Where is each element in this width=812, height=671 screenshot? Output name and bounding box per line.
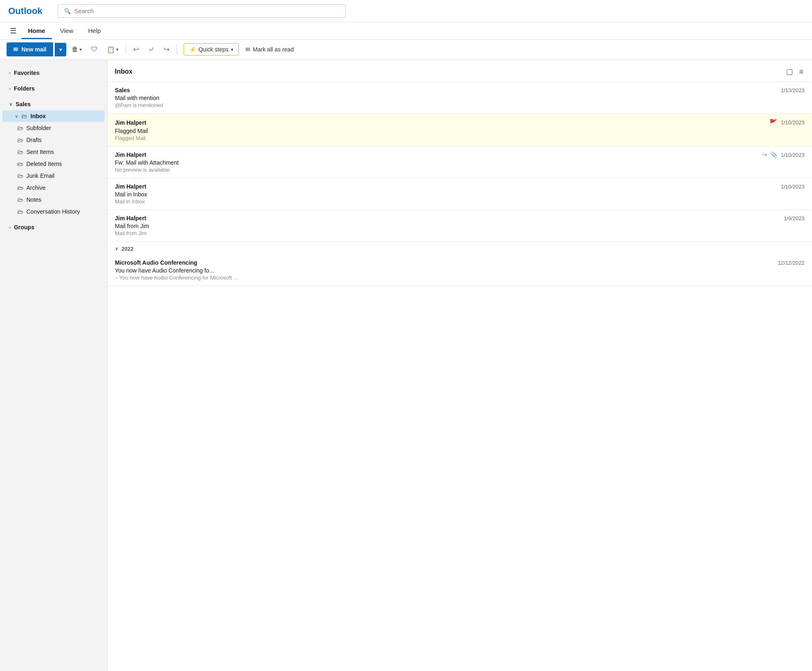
report-button[interactable]: 🛡 — [87, 43, 101, 56]
quick-steps-button[interactable]: ⚡ Quick steps ▾ — [184, 43, 239, 56]
email-subject: Flagged Mail — [115, 128, 805, 134]
mark-all-read-button[interactable]: ✉ Mark all as read — [240, 44, 299, 55]
envelope-icon: ✉ — [245, 46, 250, 53]
email-preview: @Pam is mentioned — [115, 102, 805, 108]
folder-icon-archive: 🗁 — [17, 184, 23, 191]
trash-icon: 🗑 — [72, 46, 78, 53]
sidebar-item-notes[interactable]: 🗁 Notes — [2, 194, 105, 205]
sidebar-item-groups[interactable]: › Groups — [2, 221, 105, 233]
email-item[interactable]: Jim Halpert ↪ 📎 1/10/2023 Fw: Mail with … — [107, 147, 812, 178]
chevron-down-icon-inbox: ∨ — [15, 114, 18, 119]
forward-icon: ↪ — [163, 45, 170, 54]
sidebar-item-sent-items[interactable]: 🗁 Sent Items — [2, 146, 105, 158]
folder-icon-subfolder: 🗁 — [17, 125, 23, 131]
email-date: 1/13/2023 — [781, 87, 805, 93]
email-date: 1/10/2023 — [781, 184, 805, 190]
search-icon: 🔍 — [64, 8, 71, 14]
email-sender: Microsoft Audio Conferencing — [115, 259, 197, 266]
sidebar-item-favorites[interactable]: › Favorites — [2, 67, 105, 79]
sidebar: › Favorites › Folders ∨ Sales ∨ 🗁 Inbox … — [0, 60, 107, 671]
lightning-icon: ⚡ — [189, 46, 196, 53]
email-group-header[interactable]: ∨ 2022 — [107, 242, 812, 254]
folders-section: › Folders — [0, 81, 107, 96]
main-layout: › Favorites › Folders ∨ Sales ∨ 🗁 Inbox … — [0, 60, 812, 671]
select-all-button[interactable]: ▢ — [785, 66, 794, 77]
email-sender: Jim Halpert — [115, 215, 146, 221]
email-subject: Fw: Mail with Attachment — [115, 159, 805, 166]
delete-button[interactable]: 🗑 ▾ — [68, 43, 86, 56]
action-toolbar: ✉ New mail ▾ 🗑 ▾ 🛡 📋 ▾ ↩ ⤶ ↪ ⚡ Quick ste… — [0, 40, 812, 60]
group-chevron-icon: ∨ — [115, 246, 118, 252]
inbox-title: Inbox — [115, 68, 133, 75]
email-subject: Mail from Jim — [115, 223, 805, 229]
folder-icon-drafts: 🗁 — [17, 137, 23, 143]
inbox-header: Inbox ▢ ≡ — [107, 60, 812, 82]
sidebar-item-junk-email[interactable]: 🗁 Junk Email — [2, 170, 105, 182]
new-mail-dropdown-button[interactable]: ▾ — [55, 43, 66, 56]
sidebar-item-inbox[interactable]: ∨ 🗁 Inbox — [2, 110, 105, 122]
mail-icon: ✉ — [13, 46, 18, 53]
app-header: Outlook 🔍 — [0, 0, 812, 22]
folder-icon-conversation: 🗁 — [17, 208, 23, 215]
move-dropdown-icon: ▾ — [116, 47, 119, 52]
email-preview: No preview is available. — [115, 167, 805, 173]
email-item[interactable]: Sales 1/13/2023 Mail with mention @Pam i… — [107, 82, 812, 114]
email-subject: You now have Audio Conferencing fo... — [115, 267, 805, 274]
email-sender: Jim Halpert — [115, 151, 146, 158]
email-date: 1/9/2023 — [784, 215, 805, 221]
filter-button[interactable]: ≡ — [798, 66, 805, 77]
email-item[interactable]: Jim Halpert 1/9/2023 Mail from Jim Mail … — [107, 210, 812, 242]
tab-home[interactable]: Home — [21, 22, 52, 39]
email-date: 12/12/2022 — [778, 260, 805, 266]
shield-icon: 🛡 — [91, 46, 98, 53]
email-preview: – You now have Audio Conferencing for Mi… — [115, 275, 805, 281]
move-icon: 📋 — [107, 46, 115, 54]
email-sender: Jim Halpert — [115, 183, 146, 190]
chevron-right-icon: › — [9, 70, 11, 75]
hamburger-button[interactable]: ☰ — [7, 23, 20, 39]
email-meta: 🚩 1/10/2023 — [769, 119, 805, 126]
inbox-actions: ▢ ≡ — [785, 66, 805, 77]
search-bar[interactable]: 🔍 — [58, 4, 346, 18]
folder-icon-inbox: 🗁 — [21, 113, 27, 119]
search-input[interactable] — [74, 7, 340, 14]
new-mail-button[interactable]: ✉ New mail — [7, 42, 53, 56]
tab-view[interactable]: View — [54, 22, 80, 39]
attachment-icon: 📎 — [770, 151, 777, 158]
email-subject: Mail with mention — [115, 95, 805, 101]
chevron-right-icon-groups: › — [9, 225, 11, 230]
sidebar-item-drafts[interactable]: 🗁 Drafts — [2, 134, 105, 146]
groups-section: › Groups — [0, 219, 107, 235]
app-logo: Outlook — [8, 6, 49, 16]
folder-icon-deleted: 🗁 — [17, 161, 23, 167]
delete-dropdown-icon: ▾ — [79, 47, 82, 52]
sidebar-item-subfolder[interactable]: 🗁 Subfolder — [2, 122, 105, 134]
tab-help[interactable]: Help — [82, 22, 107, 39]
email-item[interactable]: Microsoft Audio Conferencing 12/12/2022 … — [107, 254, 812, 286]
move-button[interactable]: 📋 ▾ — [103, 43, 122, 56]
reply-all-icon: ⤶ — [148, 45, 154, 54]
email-subject: Mail in Inbox — [115, 191, 805, 198]
sidebar-item-folders[interactable]: › Folders — [2, 83, 105, 94]
reply-all-button[interactable]: ⤶ — [145, 42, 158, 57]
sidebar-item-deleted-items[interactable]: 🗁 Deleted Items — [2, 158, 105, 170]
group-label: 2022 — [121, 246, 133, 252]
chevron-down-icon-sales: ∨ — [9, 102, 12, 107]
email-preview: Flagged Mail — [115, 135, 805, 141]
reply-button[interactable]: ↩ — [129, 42, 143, 57]
email-date: 1/10/2023 — [781, 152, 805, 158]
chevron-right-icon-folders: › — [9, 86, 11, 91]
email-preview: Mail from Jim — [115, 230, 805, 236]
email-item[interactable]: Jim Halpert 🚩 1/10/2023 Flagged Mail Fla… — [107, 114, 812, 147]
nav-bar: ☰ Home View Help — [0, 22, 812, 40]
sidebar-item-archive[interactable]: 🗁 Archive — [2, 182, 105, 193]
quick-steps-dropdown-icon: ▾ — [231, 47, 233, 52]
folder-icon-sent: 🗁 — [17, 149, 23, 155]
email-preview: Mail in Inbox — [115, 198, 805, 205]
email-item[interactable]: Jim Halpert 1/10/2023 Mail in Inbox Mail… — [107, 178, 812, 210]
sidebar-item-conversation-history[interactable]: 🗁 Conversation History — [2, 206, 105, 217]
sidebar-item-sales[interactable]: ∨ Sales — [2, 98, 105, 110]
forward-button[interactable]: ↪ — [160, 42, 173, 57]
forwarded-icon: ↪ — [762, 151, 767, 158]
email-sender: Sales — [115, 87, 130, 93]
